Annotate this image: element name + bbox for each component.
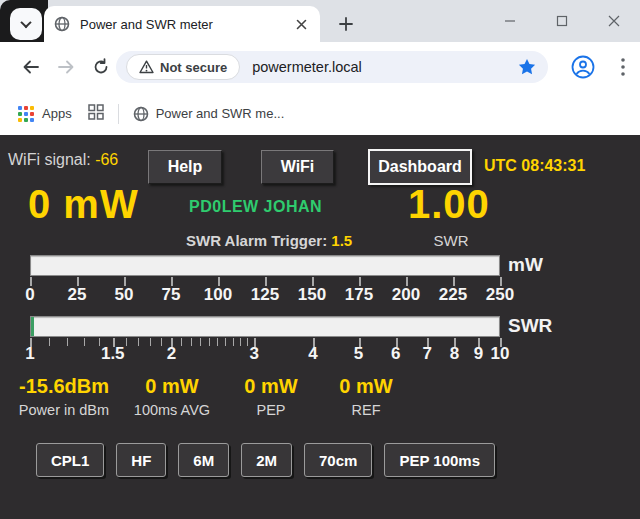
power-tick-label-50: 50 bbox=[115, 285, 134, 305]
band-button-hf[interactable]: HF bbox=[116, 443, 166, 477]
callsign: PD0LEW JOHAN bbox=[189, 198, 322, 216]
power-tick-label-150: 150 bbox=[298, 285, 326, 305]
browser-toolbar: Not secure powermeter.local bbox=[0, 42, 640, 92]
power-tick-label-75: 75 bbox=[162, 285, 181, 305]
security-chip-label: Not secure bbox=[160, 60, 227, 75]
power-tick-labels: 0255075100125150175200225250 bbox=[30, 285, 500, 305]
browser-menu-button[interactable] bbox=[611, 55, 635, 79]
apps-grid-icon bbox=[18, 106, 34, 122]
band-button-6m[interactable]: 6M bbox=[178, 443, 229, 477]
swr-caption: SWR bbox=[428, 232, 474, 249]
plus-icon bbox=[339, 17, 353, 31]
security-chip[interactable]: Not secure bbox=[126, 54, 240, 80]
power-tick-label-100: 100 bbox=[204, 285, 232, 305]
swr-tick-label-4: 4 bbox=[308, 344, 317, 364]
swr-tick-label-7: 7 bbox=[422, 344, 431, 364]
swr-big-value: 1.00 bbox=[408, 182, 490, 227]
swr-tick-label-3: 3 bbox=[250, 344, 259, 364]
star-icon bbox=[518, 58, 536, 76]
tab-strip: Power and SWR meter bbox=[0, 0, 640, 42]
bookmarks-bar: Apps Power and SWR me... bbox=[0, 92, 640, 135]
bookmark-power-meter[interactable]: Power and SWR me... bbox=[133, 106, 285, 122]
tab-close-button[interactable] bbox=[292, 15, 310, 33]
maximize-button[interactable] bbox=[536, 0, 588, 42]
swr-tick-label-5: 5 bbox=[354, 344, 363, 364]
power-meter-bar bbox=[30, 255, 500, 276]
band-button-70cm[interactable]: 70cm bbox=[304, 443, 372, 477]
swr-tick-label-10: 10 bbox=[491, 344, 510, 364]
close-icon bbox=[608, 15, 620, 27]
power-tick-label-25: 25 bbox=[68, 285, 87, 305]
minimize-button[interactable] bbox=[484, 0, 536, 42]
wifi-signal-value: -66 bbox=[95, 151, 118, 168]
profile-icon bbox=[571, 55, 595, 79]
wifi-button[interactable]: WiFi bbox=[261, 150, 334, 184]
band-button-row: CPL1HF6M2M70cmPEP 100ms bbox=[36, 443, 495, 477]
swr-alarm-trigger: SWR Alarm Trigger: 1.5 bbox=[186, 232, 352, 249]
bookmark-label: Power and SWR me... bbox=[156, 106, 285, 121]
wifi-signal-label: WiFi signal: bbox=[8, 151, 91, 168]
warning-icon bbox=[139, 60, 154, 74]
minimize-icon bbox=[504, 15, 516, 27]
forward-power-value: 0 mW bbox=[28, 182, 139, 227]
power-tick-label-250: 250 bbox=[486, 285, 514, 305]
utc-clock: UTC 08:43:31 bbox=[484, 157, 585, 175]
maximize-icon bbox=[556, 15, 568, 27]
help-button[interactable]: Help bbox=[148, 150, 222, 184]
swr-alarm-label: SWR Alarm Trigger: bbox=[186, 232, 327, 249]
bookmarks-divider bbox=[118, 104, 119, 124]
forward-button[interactable] bbox=[53, 54, 79, 80]
power-meter-unit: mW bbox=[508, 254, 543, 276]
swr-tick-label-8: 8 bbox=[450, 344, 459, 364]
power-tick-label-200: 200 bbox=[392, 285, 420, 305]
power-tick-label-175: 175 bbox=[345, 285, 373, 305]
swr-tick-label-6: 6 bbox=[391, 344, 400, 364]
readout-ref-value: 0 mW bbox=[301, 375, 431, 398]
tab-search-button[interactable] bbox=[10, 8, 42, 40]
wifi-signal: WiFi signal: -66 bbox=[8, 151, 118, 169]
power-tick-label-225: 225 bbox=[439, 285, 467, 305]
swr-tick-label-1: 1 bbox=[25, 344, 34, 364]
new-tab-button[interactable] bbox=[334, 12, 358, 36]
kebab-menu-icon bbox=[621, 58, 625, 76]
swr-tick-label-2: 2 bbox=[167, 344, 176, 364]
reload-button[interactable] bbox=[88, 54, 114, 80]
swr-tick-label-1.5: 1.5 bbox=[101, 344, 125, 364]
tab-title: Power and SWR meter bbox=[80, 17, 286, 32]
dashboard-button[interactable]: Dashboard bbox=[368, 149, 472, 185]
close-window-button[interactable] bbox=[588, 0, 640, 42]
arrow-left-icon bbox=[22, 58, 40, 76]
back-button[interactable] bbox=[18, 54, 44, 80]
band-button-pep-100ms[interactable]: PEP 100ms bbox=[384, 443, 495, 477]
swr-alarm-value: 1.5 bbox=[331, 232, 352, 249]
bookmark-star-button[interactable] bbox=[518, 58, 536, 76]
profile-button[interactable] bbox=[571, 55, 595, 83]
window-controls bbox=[484, 0, 640, 42]
url-text: powermeter.local bbox=[252, 59, 518, 75]
reload-icon bbox=[92, 58, 110, 76]
browser-window: Power and SWR meter bbox=[0, 0, 640, 519]
close-icon bbox=[296, 19, 307, 30]
arrow-right-icon bbox=[57, 58, 75, 76]
swr-tick-label-9: 9 bbox=[474, 344, 483, 364]
readout-ref: 0 mW REF bbox=[301, 375, 431, 418]
globe-icon bbox=[133, 106, 149, 122]
page-content: WiFi signal: -66 Help WiFi Dashboard UTC… bbox=[0, 135, 640, 519]
swr-meter-unit: SWR bbox=[508, 315, 552, 337]
squares-icon[interactable] bbox=[88, 104, 104, 124]
power-tick-label-0: 0 bbox=[25, 285, 34, 305]
swr-tick-labels: 11.52345678910 bbox=[30, 344, 500, 364]
swr-meter-fill bbox=[31, 317, 34, 336]
address-bar[interactable]: Not secure powermeter.local bbox=[116, 51, 548, 83]
swr-meter-bar bbox=[30, 316, 500, 337]
globe-favicon-icon bbox=[54, 16, 70, 32]
band-button-cpl1[interactable]: CPL1 bbox=[36, 443, 104, 477]
readout-ref-label: REF bbox=[301, 402, 431, 418]
tab-power-and-swr-meter[interactable]: Power and SWR meter bbox=[44, 6, 320, 42]
chevron-down-icon bbox=[20, 17, 31, 28]
band-button-2m[interactable]: 2M bbox=[241, 443, 292, 477]
apps-label[interactable]: Apps bbox=[42, 106, 72, 121]
power-tick-label-125: 125 bbox=[251, 285, 279, 305]
